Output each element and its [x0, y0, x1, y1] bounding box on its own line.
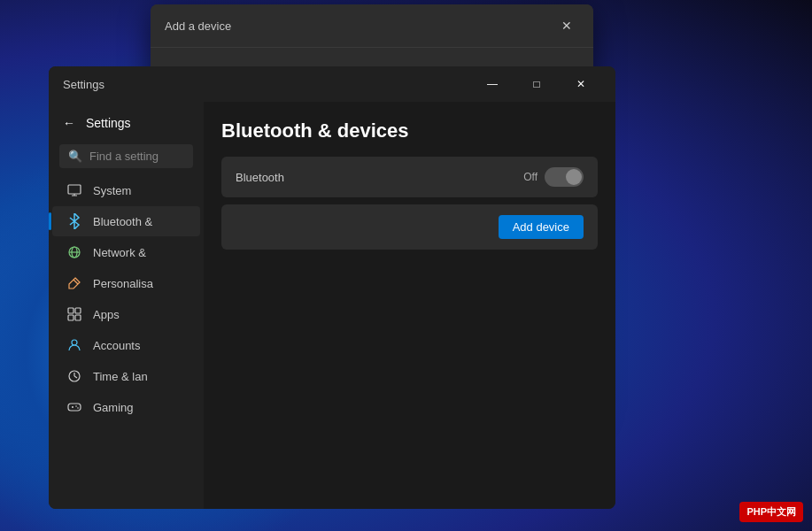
sidebar-item-apps-label: Apps — [93, 308, 120, 321]
sidebar-item-network-label: Network & — [93, 246, 146, 259]
dialog-title-text: Add a device — [165, 19, 231, 33]
svg-point-19 — [77, 407, 79, 409]
svg-rect-8 — [75, 308, 81, 313]
search-input[interactable] — [89, 150, 184, 163]
svg-point-11 — [72, 340, 77, 345]
add-device-button[interactable]: Add device — [499, 215, 584, 239]
add-device-row: Add device — [221, 204, 598, 250]
search-icon: 🔍 — [68, 150, 82, 163]
toggle-label: Bluetooth — [236, 171, 284, 184]
titlebar-controls: — □ ✕ — [472, 71, 601, 97]
bluetooth-toggle[interactable] — [545, 167, 584, 187]
sidebar-item-time-label: Time & lan — [93, 370, 148, 383]
dialog-titlebar: Add a device ✕ — [151, 4, 593, 48]
settings-window: Settings — □ ✕ ← Settings 🔍 — [49, 66, 615, 509]
network-icon — [66, 244, 82, 260]
gaming-icon — [66, 399, 82, 415]
maximize-button[interactable]: □ — [516, 71, 557, 97]
sidebar-item-personalisation-label: Personalisa — [93, 277, 153, 290]
sidebar-item-personalisation[interactable]: Personalisa — [52, 268, 200, 298]
settings-titlebar: Settings — □ ✕ — [49, 66, 615, 102]
svg-rect-15 — [68, 404, 81, 411]
svg-point-18 — [75, 405, 77, 407]
svg-line-14 — [74, 376, 77, 378]
sidebar-item-network[interactable]: Network & — [52, 237, 200, 267]
svg-rect-0 — [68, 185, 81, 194]
sidebar-item-gaming-label: Gaming — [93, 401, 134, 414]
php-badge: PHP中文网 — [739, 502, 803, 522]
sidebar-item-system-label: System — [93, 184, 131, 197]
search-box[interactable]: 🔍 — [59, 144, 193, 168]
personalisation-icon — [66, 275, 82, 291]
sidebar-item-system[interactable]: System — [52, 175, 200, 205]
svg-rect-10 — [75, 315, 81, 320]
sidebar-item-time[interactable]: Time & lan — [52, 361, 200, 391]
settings-window-title: Settings — [63, 78, 104, 91]
sidebar-item-apps[interactable]: Apps — [52, 299, 200, 329]
dialog-close-button[interactable]: ✕ — [554, 13, 579, 38]
sidebar-item-bluetooth[interactable]: Bluetooth & — [52, 206, 200, 236]
sidebar-back-button[interactable]: ← Settings — [49, 109, 204, 137]
time-icon — [66, 368, 82, 384]
toggle-off-label: Off — [523, 171, 537, 183]
sidebar-item-gaming[interactable]: Gaming — [52, 392, 200, 422]
bluetooth-toggle-row: Bluetooth Off — [221, 157, 598, 197]
main-content: Bluetooth & devices Bluetooth Off Add de… — [204, 102, 615, 509]
svg-rect-7 — [68, 308, 73, 313]
svg-rect-9 — [68, 315, 73, 320]
bluetooth-icon — [66, 213, 82, 229]
sidebar-item-accounts-label: Accounts — [93, 339, 140, 352]
accounts-icon — [66, 337, 82, 353]
apps-icon — [66, 306, 82, 322]
settings-body: ← Settings 🔍 System — [49, 102, 615, 509]
settings-close-button[interactable]: ✕ — [561, 71, 601, 97]
toggle-with-label: Off — [523, 167, 584, 187]
sidebar-title: Settings — [86, 116, 131, 130]
back-icon: ← — [63, 116, 75, 130]
sidebar-item-accounts[interactable]: Accounts — [52, 330, 200, 360]
system-icon — [66, 182, 82, 198]
minimize-button[interactable]: — — [472, 71, 513, 97]
toggle-knob — [566, 169, 582, 185]
sidebar: ← Settings 🔍 System — [49, 102, 204, 509]
sidebar-item-bluetooth-label: Bluetooth & — [93, 215, 152, 228]
content-heading: Bluetooth & devices — [221, 119, 598, 142]
